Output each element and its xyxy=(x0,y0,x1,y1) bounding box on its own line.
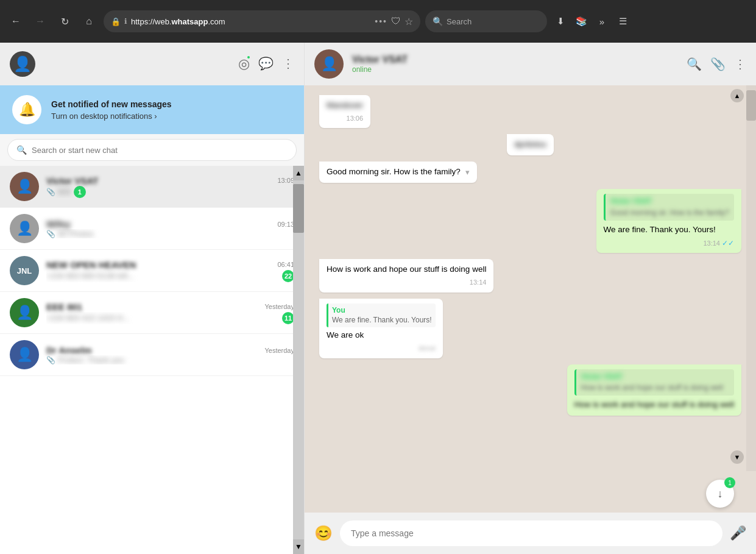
forward-button[interactable]: → xyxy=(30,12,50,31)
attach-icon[interactable]: 📎 xyxy=(710,57,726,71)
chat-name-row: Wifey 09:13 xyxy=(46,219,294,229)
chat-time: Yesterday xyxy=(264,303,294,310)
messages-scrollbar[interactable] xyxy=(746,85,756,471)
library-icon[interactable]: 📚 xyxy=(573,13,590,30)
chat-avatar: 👤 xyxy=(10,340,39,369)
scroll-up-arrow[interactable]: ▲ xyxy=(730,89,744,102)
left-panel: 👤 ◎ 💬 ⋮ 🔔 Get notified of new messages T… xyxy=(0,43,305,554)
chat-preview: +234 803 800 6138 left... 22 xyxy=(46,270,294,282)
browser-toolbar: ⬇ 📚 » ☰ xyxy=(552,13,631,30)
scrollbar-thumb xyxy=(293,184,304,233)
download-icon[interactable]: ⬇ xyxy=(552,13,569,30)
chat-preview: 📎 80 Photos xyxy=(46,229,294,238)
chat-item[interactable]: 👤 Dr Anselm Yesterday 📎 Protect. Thank y… xyxy=(0,334,304,376)
chat-name: Wifey xyxy=(46,219,71,229)
chat-time: 13:09 xyxy=(277,177,294,184)
message-bubble: dp/dotou xyxy=(507,134,554,155)
scroll-up-button[interactable]: ▲ xyxy=(293,166,304,180)
notification-banner: 🔔 Get notified of new messages Turn on d… xyxy=(0,85,304,134)
contact-avatar[interactable]: 👤 xyxy=(314,49,344,79)
quoted-message: Victor VSAT How is work and hope our stu… xyxy=(574,369,734,396)
chat-info: Wifey 09:13 📎 80 Photos xyxy=(46,219,294,238)
message-bubble: Good morning sir. How is the family? ▾ xyxy=(319,162,477,183)
message-text: How is work and hope our stuff is doing … xyxy=(574,399,734,411)
home-button[interactable]: ⌂ xyxy=(79,12,99,31)
chat-name: NEW OPEN HEAVEN xyxy=(46,260,136,270)
scroll-down-arrow[interactable]: ▼ xyxy=(730,450,744,464)
chat-item[interactable]: 👤 EEE 801 Yesterday +234 803 410 1424 H.… xyxy=(0,292,304,334)
chat-header: 👤 Victor VSAT online 🔍 📎 ⋮ xyxy=(305,43,756,85)
chat-item[interactable]: 👤 Victor VSAT 13:09 📎 805 1 xyxy=(0,166,304,208)
chat-name: EEE 801 xyxy=(46,302,82,312)
chat-time: Yesterday xyxy=(264,347,294,354)
message-input[interactable] xyxy=(340,520,722,546)
contact-status: online xyxy=(352,65,678,74)
chat-preview: +234 803 410 1424 H... 11 xyxy=(46,312,294,324)
quoted-message: You We are fine. Thank you. Yours! xyxy=(327,304,436,328)
chat-header-info: Victor VSAT online xyxy=(352,54,678,74)
menu-icon[interactable]: ☰ xyxy=(614,13,631,30)
chat-avatar: 👤 xyxy=(10,172,39,201)
microphone-button[interactable]: 🎤 xyxy=(730,525,746,541)
attachment-icon: 📎 xyxy=(46,356,55,364)
more-icon: ••• xyxy=(375,16,387,26)
scrollbar-track[interactable]: ▲ ▼ xyxy=(293,166,304,554)
scroll-to-bottom-button[interactable]: 1 ↓ xyxy=(706,480,734,508)
refresh-button[interactable]: ↻ xyxy=(55,12,74,31)
more-options-icon[interactable]: ⋮ xyxy=(282,56,294,72)
chat-time: 09:13 xyxy=(277,221,294,228)
message-row: Victor VSAT How is work and hope our stu… xyxy=(319,364,741,416)
pocket-icon: 🛡 xyxy=(391,16,401,27)
lock-icon: 🔒 xyxy=(111,17,121,26)
chat-name-row: EEE 801 Yesterday xyxy=(46,302,294,312)
message-row: Victor VSAT Good morning sir. How is the… xyxy=(319,189,741,253)
message-row: Good morning sir. How is the family? ▾ xyxy=(319,162,741,183)
message-time: 13:06 xyxy=(327,114,363,123)
quoted-sender: Victor VSAT xyxy=(610,196,729,207)
emoji-button[interactable]: 😊 xyxy=(314,525,333,542)
notification-text: Get notified of new messages Turn on des… xyxy=(51,99,172,121)
unread-count-badge: 1 xyxy=(724,477,735,488)
chat-list: ▲ ▼ 👤 Victor VSAT 13:09 📎 805 xyxy=(0,166,304,554)
browser-search-box[interactable]: 🔍 Search xyxy=(425,10,547,32)
messages-scrollbar-thumb xyxy=(746,90,756,121)
notif-subtitle[interactable]: Turn on desktop notifications › xyxy=(51,112,172,121)
profile-avatar[interactable]: 👤 xyxy=(10,51,35,77)
search-icon: 🔍 xyxy=(16,145,27,155)
search-messages-icon[interactable]: 🔍 xyxy=(687,57,702,71)
message-ticks: ✓✓ xyxy=(722,239,734,247)
search-input[interactable] xyxy=(32,146,288,155)
extensions-icon[interactable]: » xyxy=(593,13,610,30)
chat-menu-icon[interactable]: ⋮ xyxy=(734,57,746,71)
chat-preview: 📎 805 1 xyxy=(46,186,294,198)
star-icon: ☆ xyxy=(404,16,413,27)
search-input-wrap[interactable]: 🔍 xyxy=(7,139,297,161)
message-text: dp/dotou xyxy=(514,140,546,149)
new-chat-icon[interactable]: 💬 xyxy=(258,56,274,72)
chat-preview: 📎 Protect. Thank you xyxy=(46,355,294,364)
chat-info: EEE 801 Yesterday +234 803 410 1424 H...… xyxy=(46,302,294,324)
unread-badge: 22 xyxy=(282,270,294,282)
message-time: donut xyxy=(327,344,436,353)
message-bubble: You We are fine. Thank you. Yours! We ar… xyxy=(319,299,443,358)
message-text: We are fine. Thank you. Yours! xyxy=(604,224,734,236)
message-row: Mandover 13:06 xyxy=(319,95,741,128)
message-row: How is work and hope our stuff is doing … xyxy=(319,259,741,292)
message-row: dp/dotou xyxy=(319,134,741,155)
left-header: 👤 ◎ 💬 ⋮ xyxy=(0,43,304,85)
scroll-down-button[interactable]: ▼ xyxy=(293,539,304,554)
chat-header-icons: 🔍 📎 ⋮ xyxy=(687,57,746,71)
dropdown-icon[interactable]: ▾ xyxy=(465,167,470,178)
search-icon: 🔍 xyxy=(433,16,443,26)
chat-search-bar: 🔍 xyxy=(0,134,304,166)
message-bubble: Victor VSAT Good morning sir. How is the… xyxy=(596,189,741,253)
message-text: We are ok xyxy=(327,330,436,341)
chat-time: 06:41 xyxy=(277,261,294,268)
status-icon[interactable]: ◎ xyxy=(238,56,250,72)
chat-item[interactable]: JNL NEW OPEN HEAVEN 06:41 +234 803 800 6… xyxy=(0,250,304,292)
chat-avatar: 👤 xyxy=(10,214,39,243)
chat-item[interactable]: 👤 Wifey 09:13 📎 80 Photos xyxy=(0,208,304,250)
back-button[interactable]: ← xyxy=(6,12,26,31)
address-bar[interactable]: 🔒 ℹ https://web.whatsapp.com ••• 🛡 ☆ xyxy=(104,10,420,32)
notif-title: Get notified of new messages xyxy=(51,99,172,109)
